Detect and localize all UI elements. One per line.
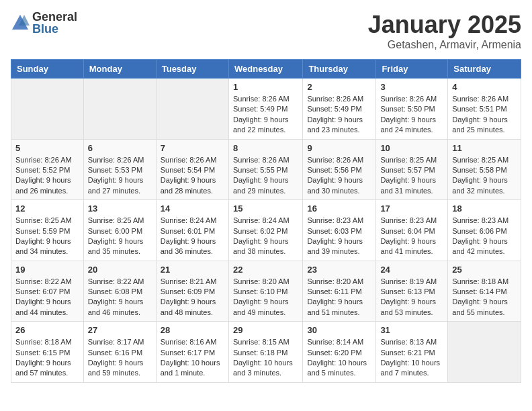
day-info: Sunrise: 8:20 AM Sunset: 6:10 PM Dayligh… [233, 277, 298, 318]
logo: General Blue [11, 11, 77, 35]
weekday-header-saturday: Saturday [448, 60, 521, 79]
day-number: 17 [380, 203, 443, 214]
day-info: Sunrise: 8:17 AM Sunset: 6:16 PM Dayligh… [88, 337, 152, 379]
weekday-header-thursday: Thursday [303, 60, 376, 79]
logo-blue-text: Blue [32, 23, 77, 35]
day-info: Sunrise: 8:26 AM Sunset: 5:50 PM Dayligh… [380, 94, 443, 136]
day-info: Sunrise: 8:26 AM Sunset: 5:54 PM Dayligh… [161, 155, 224, 197]
day-cell: 12Sunrise: 8:25 AM Sunset: 5:59 PM Dayli… [11, 200, 84, 261]
weekday-header-wednesday: Wednesday [228, 60, 302, 79]
day-number: 5 [15, 143, 79, 153]
day-cell: 26Sunrise: 8:18 AM Sunset: 6:15 PM Dayli… [11, 322, 84, 383]
day-info: Sunrise: 8:22 AM Sunset: 6:07 PM Dayligh… [15, 277, 79, 318]
day-cell [156, 79, 228, 140]
day-cell: 19Sunrise: 8:22 AM Sunset: 6:07 PM Dayli… [11, 261, 84, 322]
day-number: 31 [380, 325, 443, 335]
week-row-5: 26Sunrise: 8:18 AM Sunset: 6:15 PM Dayli… [11, 322, 521, 383]
day-info: Sunrise: 8:22 AM Sunset: 6:08 PM Dayligh… [88, 277, 152, 318]
day-cell: 11Sunrise: 8:25 AM Sunset: 5:58 PM Dayli… [448, 139, 521, 200]
weekday-header-friday: Friday [376, 60, 448, 79]
title-block: January 2025 Getashen, Armavir, Armenia [368, 11, 521, 51]
day-number: 12 [15, 203, 79, 214]
day-number: 29 [233, 325, 298, 335]
day-info: Sunrise: 8:25 AM Sunset: 5:59 PM Dayligh… [15, 216, 79, 257]
day-number: 1 [233, 82, 298, 92]
day-number: 18 [452, 203, 517, 214]
day-cell: 9Sunrise: 8:26 AM Sunset: 5:56 PM Daylig… [303, 139, 376, 200]
day-cell: 14Sunrise: 8:24 AM Sunset: 6:01 PM Dayli… [156, 200, 228, 261]
week-row-3: 12Sunrise: 8:25 AM Sunset: 5:59 PM Dayli… [11, 200, 521, 261]
day-number: 6 [88, 143, 152, 153]
day-cell: 30Sunrise: 8:14 AM Sunset: 6:20 PM Dayli… [303, 322, 376, 383]
day-cell: 23Sunrise: 8:20 AM Sunset: 6:11 PM Dayli… [303, 261, 376, 322]
day-number: 2 [307, 82, 371, 92]
week-row-1: 1Sunrise: 8:26 AM Sunset: 5:49 PM Daylig… [11, 79, 521, 140]
day-cell: 5Sunrise: 8:26 AM Sunset: 5:52 PM Daylig… [11, 139, 84, 200]
day-info: Sunrise: 8:24 AM Sunset: 6:02 PM Dayligh… [233, 216, 298, 257]
month-title: January 2025 [368, 11, 521, 39]
day-number: 25 [452, 265, 517, 275]
day-number: 19 [15, 265, 79, 275]
calendar-header: SundayMondayTuesdayWednesdayThursdayFrid… [11, 60, 521, 79]
day-cell: 29Sunrise: 8:15 AM Sunset: 6:18 PM Dayli… [228, 322, 302, 383]
day-info: Sunrise: 8:13 AM Sunset: 6:21 PM Dayligh… [380, 337, 443, 379]
day-cell: 17Sunrise: 8:23 AM Sunset: 6:04 PM Dayli… [376, 200, 448, 261]
day-info: Sunrise: 8:19 AM Sunset: 6:13 PM Dayligh… [380, 277, 443, 318]
day-cell: 6Sunrise: 8:26 AM Sunset: 5:53 PM Daylig… [83, 139, 156, 200]
day-number: 16 [307, 203, 371, 214]
day-cell: 27Sunrise: 8:17 AM Sunset: 6:16 PM Dayli… [83, 322, 156, 383]
location-title: Getashen, Armavir, Armenia [368, 39, 521, 51]
day-cell: 10Sunrise: 8:25 AM Sunset: 5:57 PM Dayli… [376, 139, 448, 200]
day-number: 23 [307, 265, 371, 275]
day-cell: 31Sunrise: 8:13 AM Sunset: 6:21 PM Dayli… [376, 322, 448, 383]
day-cell: 7Sunrise: 8:26 AM Sunset: 5:54 PM Daylig… [156, 139, 228, 200]
logo-general-text: General [32, 11, 77, 23]
logo-icon [11, 13, 30, 32]
day-info: Sunrise: 8:26 AM Sunset: 5:49 PM Dayligh… [307, 94, 371, 136]
weekday-header-monday: Monday [83, 60, 156, 79]
day-number: 4 [452, 82, 517, 92]
day-info: Sunrise: 8:25 AM Sunset: 5:57 PM Dayligh… [380, 155, 443, 197]
day-number: 9 [307, 143, 371, 153]
logo-text: General Blue [32, 11, 77, 35]
day-info: Sunrise: 8:15 AM Sunset: 6:18 PM Dayligh… [233, 337, 298, 379]
calendar-table: SundayMondayTuesdayWednesdayThursdayFrid… [11, 59, 521, 383]
day-number: 26 [15, 325, 79, 335]
day-info: Sunrise: 8:20 AM Sunset: 6:11 PM Dayligh… [307, 277, 371, 318]
day-info: Sunrise: 8:24 AM Sunset: 6:01 PM Dayligh… [161, 216, 224, 257]
day-cell: 8Sunrise: 8:26 AM Sunset: 5:55 PM Daylig… [228, 139, 302, 200]
day-number: 14 [161, 203, 224, 214]
day-cell: 18Sunrise: 8:23 AM Sunset: 6:06 PM Dayli… [448, 200, 521, 261]
day-number: 27 [88, 325, 152, 335]
day-cell: 16Sunrise: 8:23 AM Sunset: 6:03 PM Dayli… [303, 200, 376, 261]
day-info: Sunrise: 8:23 AM Sunset: 6:06 PM Dayligh… [452, 216, 517, 257]
day-cell: 4Sunrise: 8:26 AM Sunset: 5:51 PM Daylig… [448, 79, 521, 140]
day-number: 7 [161, 143, 224, 153]
week-row-4: 19Sunrise: 8:22 AM Sunset: 6:07 PM Dayli… [11, 261, 521, 322]
day-cell [448, 322, 521, 383]
day-cell: 20Sunrise: 8:22 AM Sunset: 6:08 PM Dayli… [83, 261, 156, 322]
day-info: Sunrise: 8:26 AM Sunset: 5:56 PM Dayligh… [307, 155, 371, 197]
day-cell: 21Sunrise: 8:21 AM Sunset: 6:09 PM Dayli… [156, 261, 228, 322]
day-cell [83, 79, 156, 140]
day-cell: 2Sunrise: 8:26 AM Sunset: 5:49 PM Daylig… [303, 79, 376, 140]
weekday-header-row: SundayMondayTuesdayWednesdayThursdayFrid… [11, 60, 521, 79]
day-number: 11 [452, 143, 517, 153]
calendar-body: 1Sunrise: 8:26 AM Sunset: 5:49 PM Daylig… [11, 79, 521, 383]
day-cell [11, 79, 84, 140]
day-number: 28 [161, 325, 224, 335]
day-info: Sunrise: 8:21 AM Sunset: 6:09 PM Dayligh… [161, 277, 224, 318]
day-info: Sunrise: 8:26 AM Sunset: 5:55 PM Dayligh… [233, 155, 298, 197]
day-cell: 13Sunrise: 8:25 AM Sunset: 6:00 PM Dayli… [83, 200, 156, 261]
day-cell: 3Sunrise: 8:26 AM Sunset: 5:50 PM Daylig… [376, 79, 448, 140]
day-info: Sunrise: 8:16 AM Sunset: 6:17 PM Dayligh… [161, 337, 224, 379]
day-info: Sunrise: 8:26 AM Sunset: 5:51 PM Dayligh… [452, 94, 517, 136]
day-number: 21 [161, 265, 224, 275]
day-number: 8 [233, 143, 298, 153]
day-cell: 15Sunrise: 8:24 AM Sunset: 6:02 PM Dayli… [228, 200, 302, 261]
day-number: 3 [380, 82, 443, 92]
day-info: Sunrise: 8:26 AM Sunset: 5:49 PM Dayligh… [233, 94, 298, 136]
day-cell: 1Sunrise: 8:26 AM Sunset: 5:49 PM Daylig… [228, 79, 302, 140]
day-cell: 25Sunrise: 8:18 AM Sunset: 6:14 PM Dayli… [448, 261, 521, 322]
week-row-2: 5Sunrise: 8:26 AM Sunset: 5:52 PM Daylig… [11, 139, 521, 200]
